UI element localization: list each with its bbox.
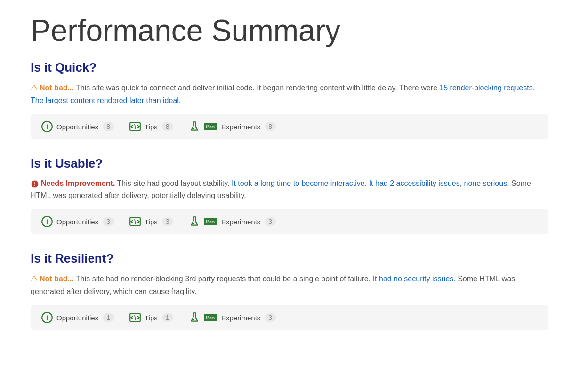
experiments-metric[interactable]: Pro Experiments 3	[188, 311, 276, 324]
body-link[interactable]: It had 2 accessibility issues, none seri…	[369, 179, 509, 187]
tips-metric[interactable]: Tips 8	[129, 120, 173, 133]
svg-text:i: i	[46, 218, 48, 226]
svg-line-11	[135, 219, 136, 224]
pro-badge: Pro	[204, 123, 217, 130]
opportunities-metric[interactable]: i Opportunities 8	[41, 120, 114, 133]
body-link[interactable]: It took a long time to become interactiv…	[232, 179, 367, 187]
experiments-icon	[188, 311, 201, 324]
body-link[interactable]: 15 render-blocking requests	[439, 84, 532, 92]
section-body-usable: ! Needs Improvement. This site had good …	[31, 177, 548, 201]
metrics-bar-usable: i Opportunities 3 Tips 3 Pro Experiments…	[31, 209, 548, 234]
tips-metric[interactable]: Tips 1	[129, 311, 173, 324]
status-label-usable: Needs Improvement.	[41, 179, 115, 187]
opportunities-label: Opportunities	[56, 218, 98, 226]
metrics-bar-quick: i Opportunities 8 Tips 8 Pro Experiments…	[31, 114, 548, 139]
section-resilient: Is it Resilient?⚠Not bad... This site ha…	[31, 251, 557, 330]
experiments-metric[interactable]: Pro Experiments 8	[188, 120, 276, 133]
experiments-label: Experiments	[221, 314, 260, 322]
section-heading-resilient: Is it Resilient?	[31, 251, 557, 266]
section-usable: Is it Usable? ! Needs Improvement. This …	[31, 156, 557, 234]
section-quick: Is it Quick?⚠Not bad... This site was qu…	[31, 60, 557, 139]
tips-count: 1	[162, 313, 173, 322]
status-label-quick: Not bad...	[40, 84, 74, 92]
page-title: Performance Summary	[31, 14, 557, 47]
svg-line-3	[135, 124, 136, 129]
tips-count: 3	[162, 217, 173, 226]
warning-icon: ⚠	[31, 272, 38, 285]
tips-count: 8	[162, 122, 173, 131]
svg-text:i: i	[46, 123, 48, 131]
experiments-icon	[188, 215, 201, 228]
body-link[interactable]: The largest content rendered later than …	[31, 96, 181, 104]
tips-icon	[129, 215, 141, 228]
experiments-metric[interactable]: Pro Experiments 3	[188, 215, 276, 228]
experiments-count: 3	[265, 313, 276, 322]
body-link[interactable]: It had no security issues.	[373, 275, 456, 283]
svg-point-4	[193, 128, 194, 129]
pro-badge: Pro	[204, 314, 217, 321]
tips-label: Tips	[145, 314, 158, 322]
opportunities-icon: i	[41, 311, 53, 324]
svg-text:!: !	[34, 181, 36, 187]
opportunities-icon: i	[41, 215, 53, 228]
opportunities-count: 1	[103, 313, 114, 322]
experiments-label: Experiments	[221, 123, 260, 131]
experiments-count: 3	[265, 217, 276, 226]
tips-icon	[129, 120, 141, 133]
opportunities-icon: i	[41, 120, 53, 133]
svg-text:i: i	[46, 314, 48, 322]
svg-line-17	[135, 315, 136, 320]
section-heading-quick: Is it Quick?	[31, 60, 557, 75]
section-body-quick: ⚠Not bad... This site was quick to conne…	[31, 81, 548, 106]
pro-badge: Pro	[204, 218, 217, 225]
experiments-count: 8	[265, 122, 276, 131]
experiments-label: Experiments	[221, 218, 260, 226]
tips-metric[interactable]: Tips 3	[129, 215, 173, 228]
svg-point-18	[193, 319, 194, 320]
experiments-icon	[188, 120, 201, 133]
status-label-resilient: Not bad...	[40, 275, 74, 283]
metrics-bar-resilient: i Opportunities 1 Tips 1 Pro Experiments…	[31, 305, 548, 330]
warning-icon: ⚠	[31, 81, 38, 94]
opportunities-label: Opportunities	[56, 314, 98, 322]
opportunities-metric[interactable]: i Opportunities 3	[41, 215, 114, 228]
section-body-resilient: ⚠Not bad... This site had no render-bloc…	[31, 272, 548, 297]
svg-point-12	[193, 223, 194, 224]
svg-point-5	[195, 127, 196, 128]
svg-point-13	[195, 223, 196, 223]
error-icon: !	[31, 179, 41, 187]
tips-icon	[129, 311, 141, 324]
section-heading-usable: Is it Usable?	[31, 156, 557, 171]
opportunities-count: 3	[103, 217, 114, 226]
svg-point-19	[195, 318, 196, 319]
opportunities-count: 8	[103, 122, 114, 131]
opportunities-label: Opportunities	[56, 123, 98, 131]
opportunities-metric[interactable]: i Opportunities 1	[41, 311, 114, 324]
tips-label: Tips	[145, 123, 158, 131]
tips-label: Tips	[145, 218, 158, 226]
